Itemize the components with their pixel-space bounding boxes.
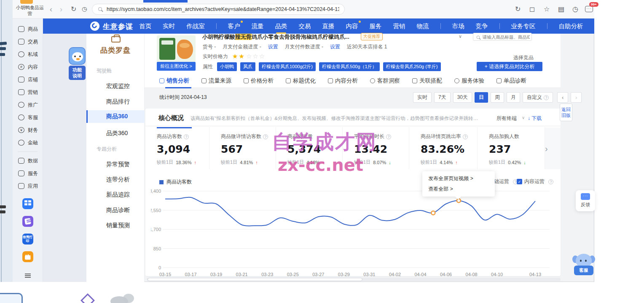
tab-price-analysis[interactable]: 价格分析 xyxy=(244,77,274,85)
nav-item-compete[interactable]: 竞争 xyxy=(476,22,488,30)
menu-item-goods360-active[interactable]: 商品360 xyxy=(86,110,145,123)
tab-title-optimize[interactable]: 标题优化 xyxy=(286,77,316,85)
nav-item-marketing[interactable]: 营销 xyxy=(393,22,405,30)
nav-item-service[interactable]: 服务 xyxy=(370,22,382,30)
tooltip-action-link[interactable]: 发布全屏页短视频 > xyxy=(428,175,489,182)
customer-service-mascot[interactable]: 客服 xyxy=(572,254,595,277)
sync-icon[interactable]: ↻ xyxy=(515,5,521,13)
nav-item-market[interactable]: 市场 xyxy=(452,22,464,30)
sidebar-item-data[interactable]: 数据 xyxy=(13,154,43,167)
forward-icon[interactable]: › xyxy=(60,5,62,14)
attr-tag-sku3[interactable]: 柠檬去骨凤爪250g (半斤) xyxy=(383,62,441,71)
tab-traffic-source[interactable]: 流量来源 xyxy=(201,77,231,85)
date-prev-button[interactable]: ‹ xyxy=(557,92,568,103)
metrics-scroll-right-button[interactable]: › xyxy=(545,144,548,154)
nav-item-realtime[interactable]: 实时 xyxy=(163,22,175,30)
trend-chart[interactable]: 08501,7002,5503,40003-1503-1703-1903-210… xyxy=(151,188,555,277)
tab-sales-analysis[interactable]: 销售分析 xyxy=(159,77,189,85)
metric-card-visitors[interactable]: 商品访客数? 3,094 较前1日18.36%↑ xyxy=(145,127,209,169)
settings-link[interactable]: 设置 xyxy=(268,43,278,50)
notes-app-icon[interactable] xyxy=(22,216,33,227)
scrollbar-thumb[interactable] xyxy=(148,278,362,281)
optimize-main-pic-button[interactable]: 前往主图优化 > xyxy=(157,62,196,71)
sidebar-menu-button[interactable] xyxy=(13,275,43,276)
nav-item-business-zone[interactable]: 业务专区 xyxy=(511,22,536,30)
sidebar-item-capital[interactable]: 金融 xyxy=(13,136,43,149)
collapse-caret-icon[interactable]: ∨ xyxy=(459,34,462,39)
sidebar-item-services[interactable]: 服务 xyxy=(13,167,43,180)
timer-icon[interactable]: ◷ xyxy=(572,5,578,13)
url-bar[interactable]: https://sycm.taobao.com/cc/item_archives… xyxy=(92,4,345,15)
metric-card-add-to-cart[interactable]: 商品加购人数 237 较前1日0.42%↓ xyxy=(478,127,545,169)
sidebar-item-private-domain[interactable]: 私域 xyxy=(13,48,43,61)
date-next-button[interactable]: › xyxy=(571,92,582,103)
sidebar-item-promotion[interactable]: 推广 xyxy=(13,98,43,111)
range-realtime[interactable]: 实时 xyxy=(413,92,432,103)
brand-title[interactable]: 生意参谋 xyxy=(103,22,133,32)
range-7d[interactable]: 7天 xyxy=(434,92,451,103)
menu-item-goods-ranking[interactable]: 商品排行 xyxy=(106,98,130,106)
menu-item-macro-monitor[interactable]: 宏观监控 xyxy=(106,82,130,90)
hand-app-icon[interactable] xyxy=(22,251,33,262)
attr-tag-sku2[interactable]: 柠檬去骨凤爪500g（1斤） xyxy=(319,62,380,71)
metric-card-pageviews[interactable]: 商品浏览量 5,374 较前1日4.18%↑ xyxy=(276,127,343,169)
refresh-icon[interactable]: ↻ xyxy=(71,5,76,13)
metric-card-bounce-rate[interactable]: 商品详情页跳出率? 83.26% 较前1日4.14%↑ xyxy=(409,127,478,169)
download-link[interactable]: ↓ 下载 xyxy=(528,115,542,122)
nav-item-home[interactable]: 首页 xyxy=(139,22,151,30)
menu-item-linkage-analysis[interactable]: 连带分析 xyxy=(106,176,130,183)
menu-item-goods-diagnosis[interactable]: 商品诊断 xyxy=(106,207,130,214)
tab-service-experience[interactable]: 服务体验 xyxy=(454,77,484,85)
active-tab-fragment[interactable] xyxy=(143,0,188,3)
horizontal-scrollbar[interactable] xyxy=(147,278,561,281)
nav-item-self-analysis[interactable]: 自助分析 xyxy=(559,22,583,30)
sidebar-item-trade[interactable]: 交易 xyxy=(13,35,43,48)
chart-legend[interactable]: 商品访客数 xyxy=(159,178,192,186)
tab-content-analysis[interactable]: 内容分析 xyxy=(328,77,358,85)
nav-item-content[interactable]: 内容 xyxy=(346,22,358,30)
attr-tag-category[interactable]: 凤爪 xyxy=(240,62,255,71)
reading-list-icon[interactable]: ▤ xyxy=(558,5,564,13)
qianniu-app-icon[interactable] xyxy=(22,198,33,209)
tab-audience-insight[interactable]: 客群洞察 xyxy=(370,77,400,85)
sidebar-item-marketing[interactable]: 营销 xyxy=(13,86,43,98)
menu-item-sales-forecast[interactable]: 销量预测 xyxy=(106,222,130,229)
sidebar-item-customer-service[interactable]: 客服 xyxy=(13,111,43,124)
menu-item-abnormal-alert[interactable]: 异常预警 xyxy=(106,161,130,168)
attr-tag-brand[interactable]: 小胡鸭 xyxy=(217,62,237,71)
feature-guide-mascot[interactable]: 功能说明 xyxy=(69,47,86,80)
range-week[interactable]: 周 xyxy=(491,92,504,103)
tab-related-match[interactable]: 关联搭配 xyxy=(412,77,442,85)
nav-item-message[interactable]: ✉消息 xyxy=(642,22,644,30)
extension-message-icon[interactable]: ··· xyxy=(585,6,593,12)
nav-item-category[interactable]: 品类 xyxy=(275,22,287,30)
select-competitor-button[interactable]: + 请选择竞品对比分析 xyxy=(477,62,542,71)
feedback-button[interactable]: ··· 反馈 xyxy=(576,190,595,211)
range-custom[interactable]: 自定义? xyxy=(523,92,553,103)
sidebar-item-content[interactable]: #内容 xyxy=(13,61,43,73)
history-clock-icon[interactable]: ◷ xyxy=(82,5,87,12)
range-30d[interactable]: 30天 xyxy=(453,92,472,103)
sidebar-item-goods[interactable]: 商品 xyxy=(13,23,43,35)
nav-item-traffic[interactable]: 流量 xyxy=(252,22,264,30)
toggle-content-operation[interactable]: ✓ 内容运营 ? xyxy=(517,178,553,185)
settings-link[interactable]: 设置 xyxy=(330,43,340,50)
nav-item-logistics[interactable]: 物流 xyxy=(417,22,429,30)
tooltip-view-all-link[interactable]: 查看全部 > xyxy=(428,186,489,193)
nav-item-academy[interactable]: 学堂 xyxy=(618,22,631,30)
nav-item-customer[interactable]: 客户 xyxy=(228,22,240,30)
print-app-icon[interactable]: 传秀打印 xyxy=(22,234,33,245)
menu-item-new-product-tracking[interactable]: 新品追踪 xyxy=(106,191,130,199)
tabs-copy-icon[interactable]: ◻ xyxy=(529,5,535,13)
attr-tag-sku1[interactable]: 柠檬去骨凤爪1000g(2斤) xyxy=(259,62,316,71)
sidebar-item-shop[interactable]: 店铺 xyxy=(13,73,43,86)
nav-item-live[interactable]: 直播 xyxy=(322,22,335,30)
bookmark-star-icon[interactable]: ☆ xyxy=(544,5,550,13)
sidebar-item-apps[interactable]: 应用 xyxy=(13,180,43,192)
nav-item-trade[interactable]: 交易 xyxy=(299,22,311,30)
metric-card-stay-duration[interactable]: 平均停留时长? 13.42 较前1日8.07%↓ xyxy=(343,127,409,169)
nav-item-audience[interactable]: 人群 xyxy=(595,22,607,30)
nav-item-warroom[interactable]: 作战室 xyxy=(186,22,205,30)
sidebar-item-finance[interactable]: ¥财务 xyxy=(13,124,43,136)
range-day[interactable]: 日 xyxy=(475,92,488,103)
